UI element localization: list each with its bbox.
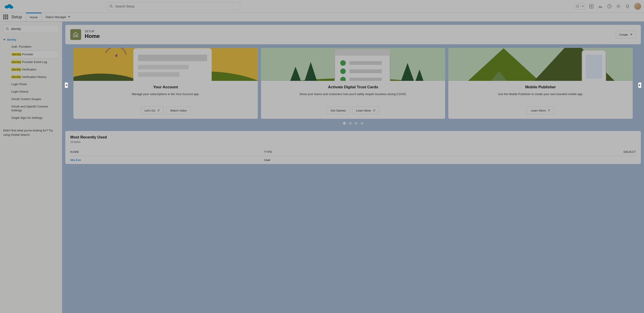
carousel-dot[interactable] xyxy=(349,122,352,125)
card-button-let-s-go[interactable]: Let's Go xyxy=(140,107,164,114)
svg-rect-27 xyxy=(349,78,382,81)
search-icon xyxy=(6,27,9,31)
star-icon xyxy=(576,4,579,8)
external-link-icon xyxy=(157,109,160,112)
most-recently-used: Most Recently Used 10 items NAME TYPE OB… xyxy=(65,131,641,164)
setup-sidebar: Identity Auth. ProvidersIdentity Provide… xyxy=(0,22,62,313)
card-title: Your Account xyxy=(153,85,178,89)
global-header: ? xyxy=(0,0,644,13)
sidebar-item-single-sign-on-settings[interactable]: Single Sign-On Settings xyxy=(10,114,59,122)
recent-row-object xyxy=(410,156,636,164)
help-icon[interactable]: ? xyxy=(607,4,612,9)
recent-count: 10 items xyxy=(70,140,636,144)
plus-icon[interactable] xyxy=(589,4,594,9)
carousel-card: Mobile PublisherUse the Mobile Publisher… xyxy=(448,48,633,119)
page-eyebrow: SETUP xyxy=(85,30,100,33)
nav-tree: Identity Auth. ProvidersIdentity Provide… xyxy=(3,38,59,122)
global-search[interactable] xyxy=(107,2,240,10)
global-search-input[interactable] xyxy=(115,4,238,8)
card-description: Manage your subscriptions in the Your Ac… xyxy=(132,92,199,96)
sidebar-footer-text: Didn't find what you're looking for? Try… xyxy=(3,128,59,137)
svg-rect-21 xyxy=(335,49,390,56)
quick-find-input[interactable] xyxy=(3,25,59,33)
salesforce-logo xyxy=(4,3,14,10)
svg-text:?: ? xyxy=(609,5,610,7)
carousel-prev[interactable] xyxy=(65,82,68,88)
home-icon xyxy=(70,29,81,40)
create-button-label: Create xyxy=(619,33,628,36)
svg-rect-13 xyxy=(138,72,180,77)
gear-icon[interactable] xyxy=(616,4,621,9)
card-title: Mobile Publisher xyxy=(525,85,556,89)
search-icon xyxy=(109,4,113,8)
app-name: Setup xyxy=(11,15,22,19)
trailhead-icon[interactable] xyxy=(598,4,603,9)
carousel-dot[interactable] xyxy=(361,122,363,125)
app-switcher[interactable]: Setup xyxy=(0,13,26,21)
chevron-left-icon xyxy=(66,84,67,86)
caret-down-icon xyxy=(630,33,632,36)
svg-rect-25 xyxy=(349,61,382,65)
svg-point-6 xyxy=(618,6,619,7)
table-row: Mia EveUser xyxy=(70,156,636,164)
card-button-get-started[interactable]: Get Started xyxy=(327,107,349,114)
recent-heading: Most Recently Used xyxy=(70,135,636,140)
recent-table: NAME TYPE OBJECT Mia EveUser xyxy=(70,148,636,164)
svg-rect-11 xyxy=(138,55,207,61)
carousel-card: Your AccountManage your subscriptions in… xyxy=(74,48,258,119)
carousel-dot[interactable] xyxy=(343,122,346,125)
bell-icon[interactable] xyxy=(625,4,630,9)
sidebar-item-oauth-and-openid-connect-settings[interactable]: OAuth and OpenID Connect Settings xyxy=(10,103,59,114)
sidebar-item-login-history[interactable]: Login History xyxy=(10,88,59,95)
avatar[interactable] xyxy=(634,3,641,10)
carousel-next[interactable] xyxy=(638,82,641,88)
col-object: OBJECT xyxy=(410,148,636,156)
carousel-dot[interactable] xyxy=(355,122,358,125)
carousel-dots xyxy=(65,122,641,125)
carousel: Your AccountManage your subscriptions in… xyxy=(65,48,641,125)
sidebar-item-identity-verification[interactable]: Identity Verification xyxy=(10,66,59,73)
card-hero-image xyxy=(448,48,633,81)
page-header: SETUP Home Create xyxy=(65,25,641,44)
caret-down-icon xyxy=(582,5,584,7)
card-button-watch-video[interactable]: Watch Video xyxy=(166,107,190,114)
sidebar-item-oauth-custom-scopes[interactable]: OAuth Custom Scopes xyxy=(10,95,59,103)
recent-row-link[interactable]: Mia Eve xyxy=(70,158,81,162)
sidebar-item-identity-provider[interactable]: Identity Provider xyxy=(10,51,59,58)
svg-point-2 xyxy=(10,6,13,8)
main-content: SETUP Home Create Your AccountManage you… xyxy=(62,22,644,313)
context-bar: Setup HomeObject Manager xyxy=(0,13,644,22)
caret-down-icon xyxy=(68,16,70,18)
svg-rect-34 xyxy=(586,55,602,79)
svg-rect-26 xyxy=(349,69,382,73)
sidebar-item-identity-provider-event-log[interactable]: Identity Provider Event Log xyxy=(10,58,59,66)
favorites-split-button[interactable] xyxy=(574,3,585,9)
quick-find[interactable] xyxy=(3,25,59,33)
header-utility-icons: ? xyxy=(574,3,641,10)
sidebar-item-auth-providers[interactable]: Auth. Providers xyxy=(10,43,59,51)
sidebar-item-identity-verification-history[interactable]: Identity Verification History xyxy=(10,73,59,81)
col-type: TYPE xyxy=(264,148,410,156)
svg-point-23 xyxy=(340,68,346,74)
card-hero-image xyxy=(74,48,258,81)
chevron-down-icon xyxy=(3,39,6,41)
tree-root-label: Identity xyxy=(7,38,16,41)
card-button-learn-more[interactable]: Learn More xyxy=(527,107,554,114)
col-name: NAME xyxy=(70,148,264,156)
sidebar-item-login-flows[interactable]: Login Flows xyxy=(10,81,59,88)
card-hero-image xyxy=(261,48,446,81)
card-title: Activate Digital Trust Cards xyxy=(328,85,378,89)
card-description: Use the Mobile Publisher to create your … xyxy=(498,92,583,96)
external-link-icon xyxy=(548,109,550,112)
card-button-learn-more[interactable]: Learn More xyxy=(352,107,379,114)
recent-row-type: User xyxy=(264,156,410,164)
svg-rect-12 xyxy=(138,65,188,69)
app-launcher-icon xyxy=(3,14,8,19)
context-tab-home[interactable]: Home xyxy=(26,13,42,21)
context-tab-object-manager[interactable]: Object Manager xyxy=(42,13,74,21)
svg-point-22 xyxy=(340,60,346,66)
create-button[interactable]: Create xyxy=(616,31,636,38)
tree-root-identity[interactable]: Identity xyxy=(3,38,59,41)
chevron-right-icon xyxy=(639,84,640,86)
card-description: Show your teams and customers how you'll… xyxy=(300,92,406,96)
